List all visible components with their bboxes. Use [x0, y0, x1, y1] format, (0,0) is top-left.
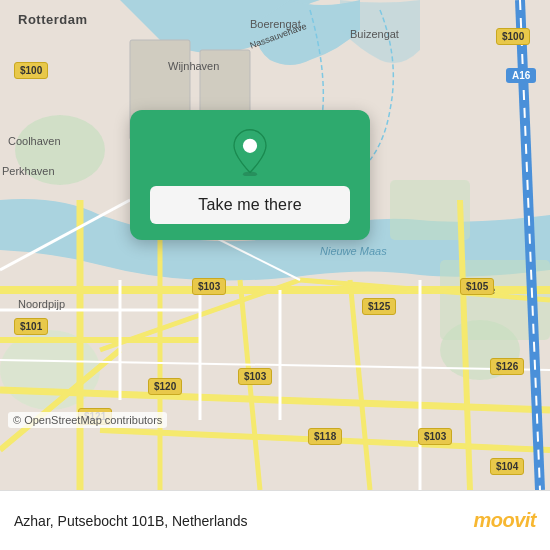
- area-label-wijnhaven: Wijnhaven: [168, 60, 219, 72]
- svg-text:Nieuwe Maas: Nieuwe Maas: [320, 245, 387, 257]
- svg-point-33: [243, 139, 257, 153]
- route-badge-s100-1: $100: [14, 62, 48, 79]
- moovit-logo-text: moovit: [473, 509, 536, 532]
- route-badge-s103-3: $103: [418, 428, 452, 445]
- moovit-logo: moovit: [473, 509, 536, 532]
- route-badge-s103-2: $103: [238, 368, 272, 385]
- route-badge-s126: $126: [490, 358, 524, 375]
- route-badge-s125: $125: [362, 298, 396, 315]
- map-popup: Take me there: [130, 110, 370, 240]
- city-label-rotterdam: Rotterdam: [18, 12, 88, 27]
- route-badge-s100-2: $100: [496, 28, 530, 45]
- map-container: Nieuwe Maas Nassauvehave Rotterdam Coolh…: [0, 0, 550, 490]
- bottom-bar: Azhar, Putsebocht 101B, Netherlands moov…: [0, 490, 550, 550]
- route-badge-s103-1: $103: [192, 278, 226, 295]
- route-badge-s120: $120: [148, 378, 182, 395]
- area-label-buizengat: Buizengat: [350, 28, 399, 40]
- route-badge-s104: $104: [490, 458, 524, 475]
- area-label-coolhaven: Coolhaven: [8, 135, 61, 147]
- route-badge-s118: $118: [308, 428, 342, 445]
- map-pin: [226, 128, 274, 176]
- osm-credit: © OpenStreetMap contributors: [8, 412, 167, 428]
- area-label-noordpijp: Noordpijp: [18, 298, 65, 310]
- route-badge-s101: $101: [14, 318, 48, 335]
- highway-badge-a16: A16: [506, 68, 536, 83]
- take-me-there-button[interactable]: Take me there: [150, 186, 350, 224]
- area-label-boerengat: Boerengat: [250, 18, 301, 30]
- address-text: Azhar, Putsebocht 101B, Netherlands: [14, 513, 473, 529]
- area-label-perkhaven: Perkhaven: [2, 165, 55, 177]
- route-badge-s105: $105: [460, 278, 494, 295]
